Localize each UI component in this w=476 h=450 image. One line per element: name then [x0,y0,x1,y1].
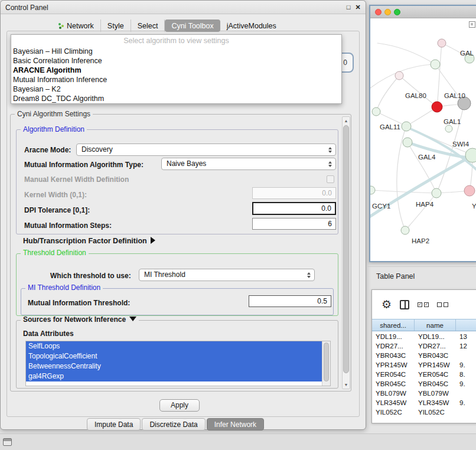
table-row[interactable]: YER054CYER054C8. [372,370,476,379]
network-edge[interactable] [377,43,435,64]
table-row[interactable]: YBR045CYBR045C9. [372,379,476,389]
mi-type-select[interactable]: Naive Bayes [161,158,336,170]
manual-kernel-checkbox[interactable] [327,175,334,183]
settings-scrollbar[interactable]: ▲ ▼ [342,116,350,389]
table-cell: YBL079W [372,389,415,398]
table-row[interactable]: YDR27...YDR27...12 [372,341,476,351]
kernel-width-label: Kernel Width (0,1): [24,191,87,199]
gear-icon[interactable]: ⚙ [382,299,392,311]
node-label: GAL10 [444,92,465,99]
tab-jactivemodules[interactable]: jActiveModules [220,19,283,32]
network-node[interactable] [432,188,441,198]
control-panel-titlebar[interactable]: Control Panel □ ✕ [1,1,366,14]
list-item[interactable]: SelfLoops [26,341,322,351]
tab-network[interactable]: Network [51,19,101,32]
apply-button[interactable]: Apply [159,399,200,412]
table-rows: YDL19...YDL19...13YDR27...YDR27...12YBR0… [372,332,476,417]
list-item[interactable]: gal4RGexp [26,371,322,381]
select-all-columns-icon[interactable]: ✓✓ [418,302,429,307]
mi-steps-label: Mutual Information Steps: [24,221,112,230]
network-edge[interactable] [399,76,436,106]
table-row[interactable]: YIL052CYIL052C [372,407,476,417]
list-scrollbar[interactable] [322,341,330,386]
table-cell: YDL19... [372,332,415,341]
table-cell: 8. [456,370,476,379]
dpi-tolerance-field[interactable] [252,202,336,215]
panel-dock-icon[interactable] [3,438,12,446]
which-threshold-select[interactable]: MI Threshold [139,269,315,281]
dropdown-item[interactable]: Dream8 DC_TDC Algorithm [11,94,341,103]
network-edge[interactable] [437,43,442,107]
network-node[interactable] [464,185,475,196]
dropdown-item[interactable]: ARACNE Algorithm [11,66,341,75]
dropdown-item[interactable]: Mutual Information Inference [11,75,341,84]
sources-title: Sources for Network Inference [23,315,126,324]
network-edge[interactable] [371,190,435,193]
table-row[interactable]: YBL079WYBL079W [372,389,476,398]
mi-steps-field[interactable] [252,218,336,230]
network-window-titlebar[interactable] [370,6,476,18]
table-cell [456,389,476,398]
algorithm-definition-title: Algorithm Definition [21,126,87,133]
node-label: GAL80 [405,92,426,99]
dropdown-item[interactable]: Bayesian – K2 [11,84,341,94]
table-row[interactable]: YLR345WYLR345W9. [372,398,476,407]
node-label: SWI4 [452,141,470,148]
network-canvas[interactable]: GAL80GAL10GAL11GAL1SWI4GAL4GCY1HAP4HAP2G… [370,18,476,262]
scrollbar-thumb[interactable] [343,125,349,373]
network-node[interactable] [438,39,446,47]
minimize-traffic-light[interactable] [384,9,391,15]
tab-style[interactable]: Style [101,19,131,32]
kernel-width-field[interactable] [252,187,336,199]
columns-icon[interactable] [400,300,409,309]
network-node[interactable] [402,122,411,131]
table-row[interactable]: YBR043CYBR043C [372,351,476,360]
tab-impute-data[interactable]: Impute Data [87,418,141,431]
scroll-up-icon[interactable]: ▲ [343,117,350,125]
zoom-traffic-light[interactable] [394,9,400,15]
table-cell [456,351,476,360]
table-cell: YBR043C [372,351,415,360]
close-icon[interactable]: ✕ [354,3,362,11]
dropdown-item[interactable]: Bayesian – Hill Climbing [11,47,341,56]
network-node[interactable] [370,186,375,194]
network-node[interactable] [395,71,403,80]
scroll-down-icon[interactable]: ▼ [343,381,350,389]
top-tab-bar: NetworkStyleSelectCyni ToolboxjActiveMod… [51,19,283,32]
node-label: GAL [460,50,474,57]
hub-definition-toggle[interactable]: Hub/Transcription Factor Definition [23,237,155,245]
collapsed-arrow-icon[interactable] [151,237,155,244]
network-node[interactable] [401,226,409,234]
tab-select[interactable]: Select [131,19,165,32]
column-header[interactable]: name [415,319,456,331]
list-item[interactable]: BetweennessCentrality [26,361,322,371]
list-scrollbar-thumb[interactable] [324,343,329,381]
deselect-all-columns-icon[interactable] [437,302,448,307]
table-row[interactable]: YDL19...YDL19...13 [372,332,476,341]
network-edge[interactable] [406,193,436,229]
network-node[interactable] [432,102,442,112]
table-row[interactable]: YPR145WYPR145W9. [372,360,476,370]
column-header[interactable]: shared... [372,319,415,331]
combo-arrows-icon [307,272,311,278]
list-item[interactable]: TopologicalCoefficient [26,351,322,361]
tab-infer-network[interactable]: Infer Network [207,418,264,431]
network-node[interactable] [431,60,440,69]
aracne-mode-select[interactable]: Discovery [76,144,336,156]
float-window-icon[interactable]: □ [344,3,353,11]
table-cell: YPR145W [372,360,415,370]
expanded-arrow-icon[interactable] [129,317,136,321]
dropdown-item[interactable]: Basic Correlation Inference [11,56,341,66]
network-node[interactable] [445,125,452,132]
network-edge[interactable] [377,76,399,110]
close-traffic-light[interactable] [375,9,382,15]
sources-toggle[interactable]: Sources for Network Inference [21,316,139,324]
mi-threshold-field[interactable] [249,295,331,307]
tab-discretize-data[interactable]: Discretize Data [142,418,205,431]
tab-cyni-toolbox[interactable]: Cyni Toolbox [165,19,220,32]
table-panel-window: ⚙ ✓✓ shared...name YDL19...YDL19...13YDR… [371,289,476,423]
network-node[interactable] [403,138,412,147]
overview-toggle-icon[interactable] [469,21,475,28]
network-node[interactable] [372,107,380,116]
column-header[interactable] [456,319,476,331]
